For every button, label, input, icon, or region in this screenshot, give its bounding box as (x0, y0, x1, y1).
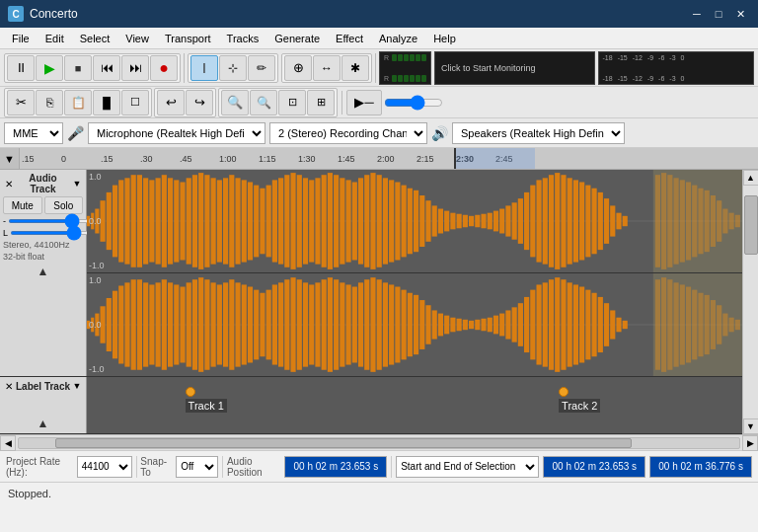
svg-rect-187 (568, 282, 572, 366)
zoom-fit-button[interactable]: ⊡ (278, 90, 306, 115)
svg-rect-149 (334, 279, 339, 370)
label-track-expand-button[interactable]: ▲ (38, 417, 49, 430)
mute-button[interactable]: Mute (3, 196, 42, 214)
vu-r-label: R (384, 54, 391, 61)
status-sep1 (136, 456, 137, 478)
draw-tool-button[interactable]: ✏ (248, 55, 275, 81)
envelope-tool-button[interactable]: ⊹ (219, 55, 247, 81)
scrollbar-up-arrow[interactable]: ▲ (743, 170, 759, 186)
solo-button[interactable]: Solo (44, 196, 84, 214)
label-track-collapse[interactable]: ▼ (71, 380, 83, 392)
label-pin-2[interactable] (559, 387, 568, 397)
selection-format-select[interactable]: Start and End of Selection (396, 456, 539, 478)
h-scrollbar-right-arrow[interactable]: ▶ (742, 435, 758, 451)
project-rate-select[interactable]: 44100 (77, 456, 132, 478)
close-button[interactable]: ✕ (730, 6, 750, 22)
play-speed-slider[interactable] (384, 96, 443, 110)
audio-track-close[interactable]: ✕ (3, 178, 15, 190)
multi-tool-button[interactable]: ✱ (341, 55, 369, 81)
track-expand-button[interactable]: ▲ (38, 265, 49, 278)
label-pin-1[interactable] (186, 387, 195, 397)
playhead (454, 148, 456, 169)
label-item-2[interactable]: Track 2 (559, 387, 600, 413)
skip-back-button[interactable]: ⏮ (93, 55, 120, 81)
app-title: Concerto (30, 7, 78, 21)
svg-rect-119 (149, 284, 154, 364)
svg-rect-135 (248, 287, 253, 363)
paste-button[interactable]: 📋 (64, 90, 92, 115)
menu-file[interactable]: File (4, 31, 38, 46)
vertical-scrollbar[interactable]: ▲ ▼ (742, 170, 758, 434)
waveform-area[interactable]: 1.0 0.0 -1.0 (87, 170, 742, 376)
silence-button[interactable]: ☐ (121, 90, 149, 115)
svg-rect-19 (187, 178, 191, 264)
zoom-tools: ⊕ ↔ ✱ (281, 53, 372, 83)
sel-end-display[interactable]: 00 h 02 m 36.776 s (649, 456, 752, 478)
menu-edit[interactable]: Edit (38, 31, 72, 46)
copy-button[interactable]: ⎘ (36, 90, 63, 115)
minimize-button[interactable]: ─ (687, 6, 707, 22)
svg-rect-139 (272, 284, 277, 364)
audio-track-collapse[interactable]: ▼ (71, 178, 83, 190)
svg-rect-20 (192, 175, 197, 267)
h-scrollbar-left-arrow[interactable]: ◀ (0, 435, 16, 451)
maximize-button[interactable]: □ (709, 6, 728, 22)
redo-button[interactable]: ↪ (186, 90, 213, 115)
trim-button[interactable]: ▐▌ (93, 90, 120, 115)
mark-215: 2:15 (417, 154, 434, 164)
monitor-button[interactable]: Click to Start Monitoring (434, 51, 595, 85)
selection-tool-button[interactable]: I (190, 55, 218, 81)
record-button[interactable]: ● (150, 55, 178, 81)
svg-rect-75 (530, 186, 535, 258)
h-scrollbar-thumb[interactable] (55, 438, 632, 448)
menu-analyze[interactable]: Analyze (371, 31, 425, 46)
stop-button[interactable]: ■ (64, 55, 92, 81)
zoom-in-button[interactable]: 🔍 (221, 90, 249, 115)
play-at-speed-button[interactable]: ▶─ (346, 90, 382, 115)
time-shift-tool-button[interactable]: ↔ (313, 55, 341, 81)
zoom-out-button[interactable]: 🔍 (250, 90, 277, 115)
timeline[interactable]: ▼ .15 0 .15 .30 .45 1:00 1:15 1:30 1:45 … (0, 148, 758, 170)
timeline-arrow-icon[interactable]: ▼ (0, 148, 20, 170)
svg-rect-195 (616, 318, 621, 333)
audio-pos-display[interactable]: 00 h 02 m 23.653 s (284, 456, 387, 478)
menu-effect[interactable]: Effect (328, 31, 371, 46)
svg-rect-52 (389, 180, 394, 262)
menu-select[interactable]: Select (72, 31, 118, 46)
menu-view[interactable]: View (117, 31, 157, 46)
scrollbar-thumb[interactable] (744, 195, 758, 255)
mark-neg15: .15 (22, 154, 35, 164)
api-select[interactable]: MME (4, 122, 63, 144)
svg-rect-51 (383, 178, 388, 264)
label-track-close[interactable]: ✕ (3, 380, 15, 392)
svg-rect-133 (235, 282, 240, 366)
undo-button[interactable]: ↩ (157, 90, 185, 115)
separator3 (341, 91, 342, 114)
speaker-select[interactable]: Speakers (Realtek High Definiti (452, 122, 625, 144)
sel-start-display[interactable]: 00 h 02 m 23.653 s (543, 456, 645, 478)
pause-button[interactable]: ⏸ (7, 55, 35, 81)
menu-transport[interactable]: Transport (157, 31, 219, 46)
svg-rect-166 (438, 314, 443, 337)
mark-45: .45 (180, 154, 192, 164)
snap-to-select[interactable]: Off (176, 456, 218, 478)
channels-select[interactable]: 2 (Stereo) Recording Channels (269, 122, 427, 144)
zoom-tool-button[interactable]: ⊕ (284, 55, 312, 81)
skip-forward-button[interactable]: ⏭ (121, 55, 149, 81)
cut-button[interactable]: ✂ (7, 90, 35, 115)
svg-rect-163 (419, 300, 424, 349)
mic-select[interactable]: Microphone (Realtek High Defini (88, 122, 265, 144)
label-item-1[interactable]: Track 1 (186, 387, 227, 413)
horizontal-scrollbar[interactable]: ◀ ▶ (0, 434, 758, 450)
menu-help[interactable]: Help (425, 31, 464, 46)
scrollbar-down-arrow[interactable]: ▼ (743, 418, 759, 434)
project-rate-label: Project Rate (Hz): (6, 456, 73, 478)
zoom-sel-button[interactable]: ⊞ (307, 90, 335, 115)
vu-recording-segments (392, 54, 426, 61)
menu-generate[interactable]: Generate (266, 31, 328, 46)
svg-rect-39 (309, 180, 314, 262)
svg-rect-60 (438, 209, 443, 234)
menu-tracks[interactable]: Tracks (219, 31, 267, 46)
play-button[interactable]: ▶ (36, 55, 63, 81)
label-track-content[interactable]: Track 1 Track 2 (87, 377, 742, 433)
